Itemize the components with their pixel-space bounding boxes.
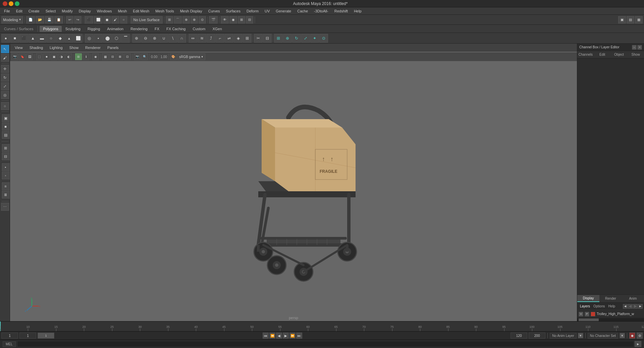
wireframe-btn[interactable]: ⬚: [36, 53, 43, 60]
bridge-icon[interactable]: ⇌: [225, 34, 233, 43]
last-tool-btn[interactable]: ◎: [1, 91, 9, 99]
wireframe-btn[interactable]: ▣: [2, 114, 10, 122]
torus-icon[interactable]: ○: [47, 34, 55, 43]
save-as-btn[interactable]: 📋: [54, 16, 63, 23]
select-by-object-btn[interactable]: ⬜: [94, 16, 103, 23]
go-to-end-btn[interactable]: ⏭: [296, 333, 302, 339]
layer-next-btn[interactable]: ▷: [633, 304, 638, 309]
viewport-show-menu[interactable]: Show: [67, 45, 81, 50]
shadow-btn[interactable]: ◐: [65, 53, 72, 60]
modeling-dropdown[interactable]: Modeling ▼: [1, 16, 23, 23]
heads-up-btn[interactable]: ℹ: [83, 53, 89, 60]
separate-icon[interactable]: ⊖: [141, 34, 150, 43]
menu-uv[interactable]: UV: [262, 8, 272, 14]
scale-tool-btn[interactable]: ⤢: [1, 82, 9, 90]
edit-tab[interactable]: Edit: [594, 52, 611, 57]
viewport-view-menu[interactable]: View: [13, 45, 25, 50]
soft-mod-icon[interactable]: ⊙: [319, 34, 328, 43]
options-tab[interactable]: Options: [592, 304, 606, 309]
show-tab[interactable]: Show: [627, 52, 644, 57]
2d-pan-zoom-btn[interactable]: 🔍: [141, 53, 148, 60]
cone-icon[interactable]: ▲: [29, 34, 37, 43]
anim-tab[interactable]: Anim: [622, 295, 644, 302]
layer-item[interactable]: V P Trolley_High_Platform_w: [577, 310, 644, 318]
combine-icon[interactable]: ⊕: [132, 34, 141, 43]
textured-solid-btn[interactable]: ▣: [51, 53, 57, 60]
sphere-icon[interactable]: ●: [1, 34, 10, 43]
snap-surface-btn[interactable]: ⊙: [199, 16, 206, 23]
field-chart-btn[interactable]: ⊟: [109, 53, 116, 60]
step-fwd-btn[interactable]: ⏩: [289, 333, 296, 339]
show-hide-btn[interactable]: 👁: [221, 16, 229, 23]
universal-manip-icon[interactable]: ✦: [310, 34, 319, 43]
rotate-tool-icon[interactable]: ↻: [292, 34, 301, 43]
tab-sculpting[interactable]: Sculpting: [62, 26, 84, 32]
tab-rendering[interactable]: Rendering: [127, 26, 151, 32]
nurbs-sphere-icon[interactable]: ◎: [85, 34, 94, 43]
settings-btn[interactable]: ⚙: [637, 333, 643, 339]
grid-btn[interactable]: ⊞: [75, 53, 82, 60]
new-scene-btn[interactable]: 📄: [26, 16, 35, 23]
select-tool-btn[interactable]: ↖: [1, 45, 9, 53]
camera-selector-btn[interactable]: 📷: [11, 53, 18, 60]
nurbs-cylinder-icon[interactable]: ⬤: [103, 34, 112, 43]
icon-btn-2[interactable]: ⊟: [2, 152, 10, 160]
pipe-icon[interactable]: ⬜: [74, 34, 83, 43]
tab-fx[interactable]: FX: [151, 26, 163, 32]
save-btn[interactable]: 💾: [45, 16, 54, 23]
paint-select-btn-l[interactable]: 🖌: [1, 54, 9, 62]
viewport-lighting-menu[interactable]: Lighting: [48, 45, 65, 50]
menu-redshift[interactable]: Redshift: [332, 8, 351, 14]
tab-rigging[interactable]: Rigging: [84, 26, 103, 32]
menu-mesh[interactable]: Mesh: [115, 8, 129, 14]
resolution-gate-btn[interactable]: ▦: [102, 53, 109, 60]
menu-edit-mesh[interactable]: Edit Mesh: [130, 8, 152, 14]
snap-point-btn[interactable]: ⊕: [182, 16, 190, 23]
mel-indicator[interactable]: MEL: [3, 341, 16, 347]
boolean-int-icon[interactable]: ∩: [177, 34, 186, 43]
lasso-select-btn[interactable]: ○: [120, 16, 127, 23]
char-set-menu-btn[interactable]: ▼: [620, 333, 625, 338]
menu-help[interactable]: Help: [351, 8, 364, 14]
end-frame-input[interactable]: [511, 333, 527, 339]
play-fwd-btn[interactable]: ▶: [283, 333, 289, 339]
horizontal-scrollbar[interactable]: [577, 318, 644, 321]
redo-btn[interactable]: ↪: [74, 16, 82, 23]
fill-hole-icon[interactable]: ◈: [234, 34, 243, 43]
maximize-icon[interactable]: [15, 1, 19, 6]
pyramid-icon[interactable]: ▴: [65, 34, 73, 43]
append-poly-icon[interactable]: ⊞: [243, 34, 252, 43]
menu-cache[interactable]: Cache: [294, 8, 311, 14]
layer-p-btn[interactable]: P: [585, 312, 589, 316]
snap-grid-btn[interactable]: ⊞: [166, 16, 173, 23]
rotate-tool-btn[interactable]: ↻: [1, 73, 9, 82]
menu-generate[interactable]: Generate: [273, 8, 294, 14]
select-by-hierarchy-btn[interactable]: ⬛: [85, 16, 93, 23]
tab-polygons[interactable]: Polygons: [40, 26, 61, 32]
menu-windows[interactable]: Windows: [94, 8, 115, 14]
menu-mesh-tools[interactable]: Mesh Tools: [153, 8, 176, 14]
attr-editor-btn[interactable]: ▤: [627, 16, 634, 23]
channels-tab[interactable]: Channels: [577, 52, 594, 57]
image-planes-btn[interactable]: 🖼: [26, 53, 33, 60]
lighting-btn[interactable]: ◑: [58, 53, 65, 60]
scroll-thumb[interactable]: [579, 318, 599, 321]
menu-modify[interactable]: Modify: [59, 8, 75, 14]
nurbs-cone-icon[interactable]: ⬡: [112, 34, 121, 43]
solid-btn[interactable]: ■: [43, 53, 50, 60]
icon-btn-1[interactable]: ⊞: [2, 144, 10, 152]
connect-icon[interactable]: ⊟: [263, 34, 272, 43]
select-camera-btn[interactable]: 📷: [134, 53, 141, 60]
timeline-ruler[interactable]: 5101520253035404550556065707580859095100…: [0, 321, 644, 331]
safe-title-btn[interactable]: ⊡: [124, 53, 131, 60]
auto-key-btn[interactable]: ⏺: [629, 333, 635, 339]
viewport-renderer-menu[interactable]: Renderer: [83, 45, 103, 50]
icon-btn-6[interactable]: ≣: [2, 191, 10, 199]
go-to-start-btn[interactable]: ⏮: [263, 333, 269, 339]
script-submit-btn[interactable]: ▶: [635, 341, 641, 347]
nurbs-cube-icon[interactable]: ▪: [94, 34, 103, 43]
icon-btn-4[interactable]: ▫: [2, 171, 10, 180]
channel-box-collapse-btn[interactable]: –: [632, 45, 637, 50]
layer-back-btn[interactable]: ◁: [628, 304, 633, 309]
scale-tool-icon[interactable]: ⤢: [301, 34, 310, 43]
